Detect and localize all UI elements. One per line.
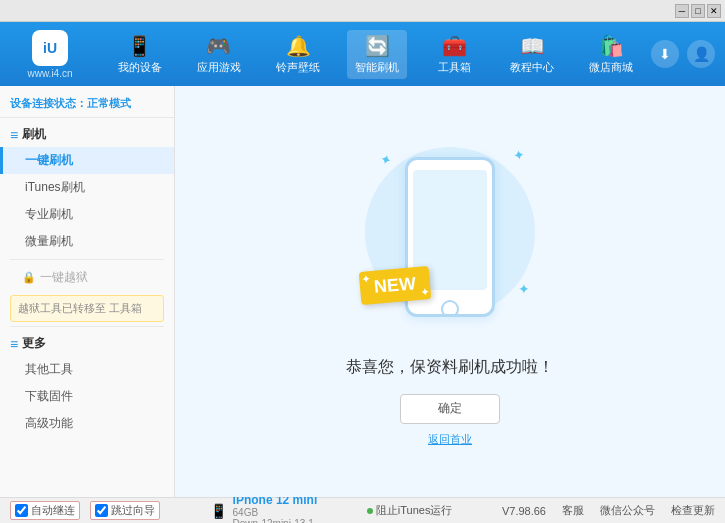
close-button[interactable]: ✕ — [707, 4, 721, 18]
itunes-status-dot — [367, 508, 373, 514]
sidebar-item-other-tools[interactable]: 其他工具 — [0, 356, 174, 383]
window-controls[interactable]: ─ □ ✕ — [675, 4, 721, 18]
itunes-status: 阻止iTunes运行 — [367, 503, 453, 518]
tutorial-icon: 📖 — [520, 34, 545, 58]
sidebar: 设备连接状态：正常模式 ≡ 刷机 一键刷机 iTunes刷机 专业刷机 微量刷机… — [0, 86, 175, 497]
main: 设备连接状态：正常模式 ≡ 刷机 一键刷机 iTunes刷机 专业刷机 微量刷机… — [0, 86, 725, 497]
flash-section-icon: ≡ — [10, 127, 18, 143]
logo[interactable]: iU www.i4.cn — [10, 30, 90, 79]
toolbox-label: 工具箱 — [438, 60, 471, 75]
maximize-button[interactable]: □ — [691, 4, 705, 18]
success-illustration: ✦ ✦ ✦ NEW — [350, 137, 550, 337]
status-value: 正常模式 — [87, 97, 131, 109]
auto-connect-input[interactable] — [15, 504, 28, 517]
nav-items: 📱 我的设备 🎮 应用游戏 🔔 铃声壁纸 🔄 智能刷机 🧰 工具箱 📖 教程中心… — [100, 30, 651, 79]
sidebar-info-box: 越狱工具已转移至 工具箱 — [10, 295, 164, 322]
new-badge: NEW — [359, 266, 432, 305]
sidebar-divider-1 — [10, 259, 164, 260]
skip-wizard-checkbox[interactable]: 跳过向导 — [90, 501, 160, 520]
header-actions: ⬇ 👤 — [651, 40, 715, 68]
sidebar-disabled-jailbreak: 🔒 一键越狱 — [0, 264, 174, 291]
my-device-icon: 📱 — [127, 34, 152, 58]
version-label: V7.98.66 — [502, 505, 546, 517]
smart-flash-label: 智能刷机 — [355, 60, 399, 75]
sidebar-item-one-click-flash[interactable]: 一键刷机 — [0, 147, 174, 174]
logo-icon: iU — [32, 30, 68, 66]
sidebar-item-pro-flash[interactable]: 专业刷机 — [0, 201, 174, 228]
sidebar-item-download-firmware[interactable]: 下载固件 — [0, 383, 174, 410]
user-button[interactable]: 👤 — [687, 40, 715, 68]
sidebar-item-data-flash[interactable]: 微量刷机 — [0, 228, 174, 255]
bottom-right: V7.98.66 客服 微信公众号 检查更新 — [502, 503, 715, 518]
sidebar-item-advanced[interactable]: 高级功能 — [0, 410, 174, 437]
device-firmware: Down-12mini-13,1 — [233, 518, 318, 524]
logo-site: www.i4.cn — [27, 68, 72, 79]
phone-home-button — [441, 300, 459, 317]
customer-service-link[interactable]: 客服 — [562, 503, 584, 518]
skip-wizard-label: 跳过向导 — [111, 503, 155, 518]
nav-weidian[interactable]: 🛍️ 微店商城 — [581, 30, 641, 79]
apps-games-label: 应用游戏 — [197, 60, 241, 75]
sidebar-item-itunes-flash[interactable]: iTunes刷机 — [0, 174, 174, 201]
check-update-link[interactable]: 检查更新 — [671, 503, 715, 518]
confirm-button[interactable]: 确定 — [400, 394, 500, 424]
skip-wizard-input[interactable] — [95, 504, 108, 517]
device-info: 📱 iPhone 12 mini 64GB Down-12mini-13,1 — [210, 493, 318, 524]
success-title: 恭喜您，保资料刷机成功啦！ — [346, 357, 554, 378]
device-storage: 64GB — [233, 507, 318, 518]
flash-section-header: ≡ 刷机 — [0, 122, 174, 147]
ringtones-label: 铃声壁纸 — [276, 60, 320, 75]
content-area: ✦ ✦ ✦ NEW 恭喜您，保资料刷机成功啦！ 确定 返回首业 — [175, 86, 725, 497]
more-section-icon: ≡ — [10, 336, 18, 352]
nav-toolbox[interactable]: 🧰 工具箱 — [427, 30, 483, 79]
device-phone-icon: 📱 — [210, 503, 227, 519]
ringtones-icon: 🔔 — [286, 34, 311, 58]
sparkle-3: ✦ — [518, 281, 530, 297]
sparkle-1: ✦ — [378, 150, 394, 169]
sparkle-2: ✦ — [512, 146, 527, 164]
nav-ringtones[interactable]: 🔔 铃声壁纸 — [268, 30, 328, 79]
weidian-icon: 🛍️ — [599, 34, 624, 58]
nav-my-device[interactable]: 📱 我的设备 — [110, 30, 170, 79]
minimize-button[interactable]: ─ — [675, 4, 689, 18]
lock-icon: 🔒 — [22, 271, 36, 284]
nav-apps-games[interactable]: 🎮 应用游戏 — [189, 30, 249, 79]
sidebar-divider-2 — [10, 326, 164, 327]
bottom-left: 自动继连 跳过向导 — [10, 501, 160, 520]
more-section-label: 更多 — [22, 335, 46, 352]
nav-tutorial[interactable]: 📖 教程中心 — [502, 30, 562, 79]
bottom-bar: 自动继连 跳过向导 📱 iPhone 12 mini 64GB Down-12m… — [0, 497, 725, 523]
toolbox-icon: 🧰 — [442, 34, 467, 58]
itunes-status-label: 阻止iTunes运行 — [376, 503, 453, 518]
my-device-label: 我的设备 — [118, 60, 162, 75]
title-bar: ─ □ ✕ — [0, 0, 725, 22]
return-link[interactable]: 返回首业 — [428, 432, 472, 447]
wechat-public-link[interactable]: 微信公众号 — [600, 503, 655, 518]
auto-connect-label: 自动继连 — [31, 503, 75, 518]
weidian-label: 微店商城 — [589, 60, 633, 75]
apps-games-icon: 🎮 — [206, 34, 231, 58]
download-button[interactable]: ⬇ — [651, 40, 679, 68]
flash-section-label: 刷机 — [22, 126, 46, 143]
user-icon: 👤 — [693, 46, 710, 62]
tutorial-label: 教程中心 — [510, 60, 554, 75]
connection-status: 设备连接状态：正常模式 — [0, 90, 174, 118]
header: iU www.i4.cn 📱 我的设备 🎮 应用游戏 🔔 铃声壁纸 🔄 智能刷机… — [0, 22, 725, 86]
more-section-header: ≡ 更多 — [0, 331, 174, 356]
smart-flash-icon: 🔄 — [365, 34, 390, 58]
nav-smart-flash[interactable]: 🔄 智能刷机 — [347, 30, 407, 79]
download-icon: ⬇ — [659, 46, 671, 62]
auto-connect-checkbox[interactable]: 自动继连 — [10, 501, 80, 520]
